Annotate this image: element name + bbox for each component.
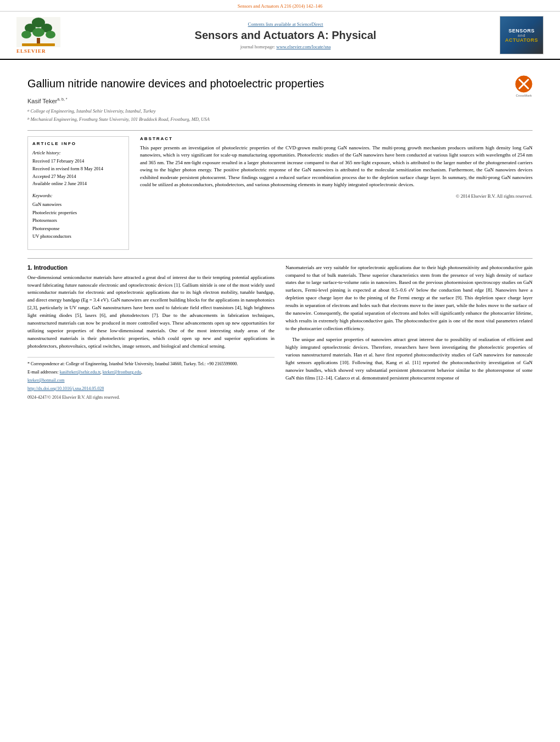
body-right-para-2: The unique and superior properties of na…: [285, 336, 533, 382]
affil-b: b Mechanical Engineering, Frostburg Stat…: [27, 116, 533, 124]
body-text-right: Nanomaterials are very suitable for opto…: [285, 264, 533, 382]
history-label: Article history:: [32, 149, 124, 157]
email-sep2: ,: [141, 370, 142, 375]
affil-sup-a: a: [27, 108, 30, 114]
keyword-4: Photoresponse: [32, 225, 124, 232]
homepage-prefix: journal homepage:: [240, 44, 276, 49]
author-sup: a, b, *: [57, 97, 67, 101]
svg-point-6: [46, 31, 55, 38]
sciencedirect-link[interactable]: Contents lists available at ScienceDirec…: [82, 21, 489, 27]
copyright-footer: 0924-4247/© 2014 Elsevier B.V. All right…: [27, 394, 275, 401]
affil-sup-b: b: [27, 116, 30, 122]
body-para-1: One-dimensional semiconductor materials …: [27, 274, 275, 350]
affil-a: a College of Engineering, Istanbul Sehir…: [27, 108, 533, 115]
affil-text-a: College of Engineering, Istanbul Sehir U…: [31, 108, 156, 115]
email-link-1[interactable]: kasifteker@sehir.edu.tr: [60, 370, 100, 375]
body-text-left: One-dimensional semiconductor materials …: [27, 274, 275, 350]
authors-line: Kasif Tekera, b, *: [27, 97, 533, 104]
badge-actuators: ACTUATORS: [505, 37, 538, 43]
keyword-2: Photoelectric properties: [32, 209, 124, 216]
affil-text-b: Mechanical Engineering, Frostburg State …: [31, 116, 210, 124]
email-link-3[interactable]: kteker@hotmail.com: [27, 378, 65, 383]
body-content: 1. Introduction One-dimensional semicond…: [27, 264, 533, 401]
footnote-area: * Correspondence at: College of Engineer…: [27, 357, 275, 401]
keywords-list: GaN nanowires Photoelectric properties P…: [32, 200, 124, 240]
svg-rect-9: [22, 43, 55, 46]
article-title: Gallium nitride nanowire devices and pho…: [27, 76, 324, 91]
article-info-col: ARTICLE INFO Article history: Received 1…: [27, 136, 129, 250]
body-para-1-text: One-dimensional semiconductor materials …: [27, 275, 275, 349]
body-right-para-1: Nanomaterials are very suitable for opto…: [285, 264, 533, 333]
body-right-para-2-text: The unique and superior properties of na…: [285, 337, 533, 381]
homepage-link: journal homepage: www.elsevier.com/locat…: [82, 44, 489, 49]
doi-link[interactable]: http://dx.doi.org/10.1016/j.sna.2014.05.…: [27, 386, 104, 391]
author-name: Kasif Teker: [27, 98, 57, 104]
svg-point-5: [32, 28, 44, 37]
contents-text: Contents lists available at: [248, 21, 296, 27]
crossmark-icon: [515, 75, 533, 93]
available-date: Available online 2 June 2014: [32, 180, 124, 188]
body-col-left: 1. Introduction One-dimensional semicond…: [27, 264, 275, 401]
header-right: SENSORS and ACTUATORS: [489, 16, 544, 54]
main-content: Gallium nitride nanowire devices and pho…: [0, 60, 560, 412]
footnote-correspondence: * Correspondence at: College of Engineer…: [27, 361, 275, 367]
header-center: Contents lists available at ScienceDirec…: [82, 21, 489, 49]
elsevier-tree-icon: [16, 17, 60, 47]
received-2: Received in revised form 8 May 2014: [32, 165, 124, 173]
journal-ref-text: Sensors and Actuators A 216 (2014) 142–1…: [238, 3, 322, 9]
header-left: ELSEVIER: [16, 17, 82, 54]
accepted-date: Accepted 27 May 2014: [32, 173, 124, 181]
affiliations: a College of Engineering, Istanbul Sehir…: [27, 108, 533, 124]
badge-and: and: [518, 34, 525, 37]
keyword-1: GaN nanowires: [32, 200, 124, 208]
crossmark-label: CrossMark: [515, 94, 533, 97]
elsevier-logo: ELSEVIER: [16, 17, 82, 54]
section1-number: 1.: [27, 264, 32, 271]
journal-name: Sensors and Actuators A: Physical: [82, 29, 489, 42]
footnote-email: E-mail addresses: kasifteker@sehir.edu.t…: [27, 369, 275, 376]
journal-badge: SENSORS and ACTUATORS: [500, 16, 544, 54]
page-wrapper: Sensors and Actuators A 216 (2014) 142–1…: [0, 0, 560, 742]
homepage-url[interactable]: www.elsevier.com/locate/sna: [276, 44, 331, 49]
svg-point-4: [21, 31, 31, 38]
section1-label: Introduction: [34, 264, 68, 271]
separator-1: [27, 130, 533, 131]
crossmark-badge: CrossMark: [515, 75, 533, 97]
abstract-heading: ABSTRACT: [140, 136, 533, 141]
separator-2: [27, 258, 533, 259]
section1-title: 1. Introduction: [27, 264, 275, 271]
top-reference: Sensors and Actuators A 216 (2014) 142–1…: [0, 0, 560, 12]
abstract-col: ABSTRACT This paper presents an investig…: [140, 136, 533, 250]
received-1: Received 17 February 2014: [32, 158, 124, 165]
sciencedirect-label[interactable]: ScienceDirect: [297, 21, 323, 27]
article-history: Article history: Received 17 February 20…: [32, 149, 124, 188]
footnote-email2: kteker@hotmail.com: [27, 377, 275, 384]
keyword-3: Photosensors: [32, 216, 124, 224]
keywords-label: Keywords:: [32, 192, 124, 200]
body-col-right: Nanomaterials are very suitable for opto…: [285, 264, 533, 401]
email-link-2[interactable]: kteker@frostburg.edu: [103, 370, 141, 375]
badge-sensors: SENSORS: [508, 28, 535, 34]
footnote-doi: http://dx.doi.org/10.1016/j.sna.2014.05.…: [27, 386, 275, 392]
article-info-box: ARTICLE INFO Article history: Received 1…: [27, 136, 129, 250]
journal-header: ELSEVIER Contents lists available at Sci…: [0, 12, 560, 60]
footnote-correspondence-text: * Correspondence at: College of Engineer…: [27, 361, 238, 366]
keywords-section: Keywords: GaN nanowires Photoelectric pr…: [32, 192, 124, 241]
body-right-para-1-text: Nanomaterials are very suitable for opto…: [285, 265, 533, 332]
abstract-copyright: © 2014 Elsevier B.V. All rights reserved…: [140, 193, 533, 199]
article-info-heading: ARTICLE INFO: [32, 141, 124, 146]
abstract-text: This paper presents an investigation of …: [140, 144, 533, 189]
info-abstract-cols: ARTICLE INFO Article history: Received 1…: [27, 136, 533, 250]
elsevier-label: ELSEVIER: [16, 48, 46, 54]
keyword-5: UV photoconductors: [32, 232, 124, 240]
footnote-email-label: E-mail addresses:: [27, 370, 59, 375]
